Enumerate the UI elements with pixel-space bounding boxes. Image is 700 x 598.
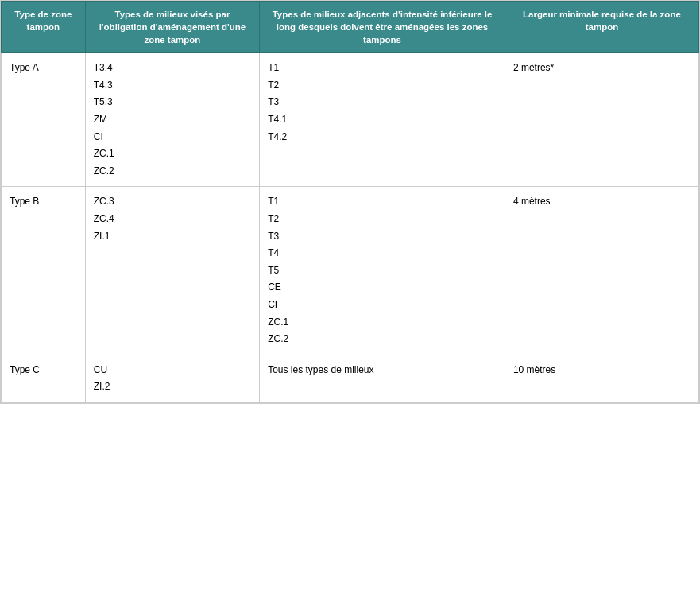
cell-milieux-adjacents: T1T2T3T4.1T4.2: [260, 53, 505, 187]
milieu-adjacent-item: T2: [268, 77, 497, 95]
milieu-vise-item: T3.4: [94, 60, 251, 77]
table-row: Type BZC.3ZC.4ZI.1T1T2T3T4T5CECIZC.1ZC.2…: [2, 187, 699, 355]
milieu-vise-item: ZI.2: [94, 379, 251, 396]
cell-milieux-vises: CUZI.2: [85, 355, 259, 402]
milieu-adjacent-item: T2: [268, 211, 497, 228]
cell-milieux-adjacents: Tous les types de milieux: [260, 355, 505, 402]
header-milieux-vises: Types de milieux visés par l'obligation …: [85, 2, 259, 53]
cell-type: Type A: [2, 53, 86, 187]
cell-largeur: 4 mètres: [505, 187, 698, 355]
milieu-vise-item: ZC.4: [94, 211, 251, 228]
cell-type: Type B: [2, 187, 86, 355]
milieu-vise-item: CI: [94, 129, 251, 146]
milieu-adjacent-item: ZC.2: [268, 331, 497, 348]
milieu-vise-item: ZC.1: [94, 146, 251, 163]
milieu-adjacent-item: T3: [268, 94, 497, 111]
milieu-vise-item: CU: [94, 362, 251, 379]
milieu-vise-item: ZC.2: [94, 163, 251, 181]
milieu-vise-item: ZI.1: [94, 228, 251, 246]
milieu-vise-item: ZC.3: [94, 193, 251, 211]
table-row: Type CCUZI.2Tous les types de milieux10 …: [2, 355, 699, 402]
cell-milieux-vises: T3.4T4.3T5.3ZMCIZC.1ZC.2: [85, 53, 259, 187]
cell-largeur: 2 mètres*: [505, 53, 698, 187]
cell-type: Type C: [2, 355, 86, 402]
header-milieux-adjacents: Types de milieux adjacents d'intensité i…: [260, 2, 505, 53]
milieu-vise-item: ZM: [94, 111, 251, 129]
milieu-adjacent-item: T1: [268, 60, 497, 77]
milieu-adjacent-item: CI: [268, 297, 497, 314]
milieu-adjacent-item: T1: [268, 193, 497, 211]
milieu-adjacent-item: T4.2: [268, 129, 497, 146]
milieu-adjacent-item: T5: [268, 262, 497, 280]
milieu-vise-item: T5.3: [94, 94, 251, 111]
buffer-zone-table: Type de zone tampon Types de milieux vis…: [0, 0, 700, 404]
table-row: Type AT3.4T4.3T5.3ZMCIZC.1ZC.2T1T2T3T4.1…: [2, 53, 699, 187]
cell-milieux-vises: ZC.3ZC.4ZI.1: [85, 187, 259, 355]
milieu-adjacent-item: ZC.1: [268, 314, 497, 332]
cell-milieux-adjacents: T1T2T3T4T5CECIZC.1ZC.2: [260, 187, 505, 355]
milieu-adjacent-item: Tous les types de milieux: [268, 362, 497, 379]
header-type-zone: Type de zone tampon: [2, 2, 86, 53]
milieu-adjacent-item: T4: [268, 245, 497, 262]
cell-largeur: 10 mètres: [505, 355, 698, 402]
header-largeur: Largeur minimale requise de la zone tamp…: [505, 2, 698, 53]
milieu-adjacent-item: CE: [268, 279, 497, 297]
milieu-vise-item: T4.3: [94, 77, 251, 95]
milieu-adjacent-item: T4.1: [268, 111, 497, 129]
milieu-adjacent-item: T3: [268, 228, 497, 246]
